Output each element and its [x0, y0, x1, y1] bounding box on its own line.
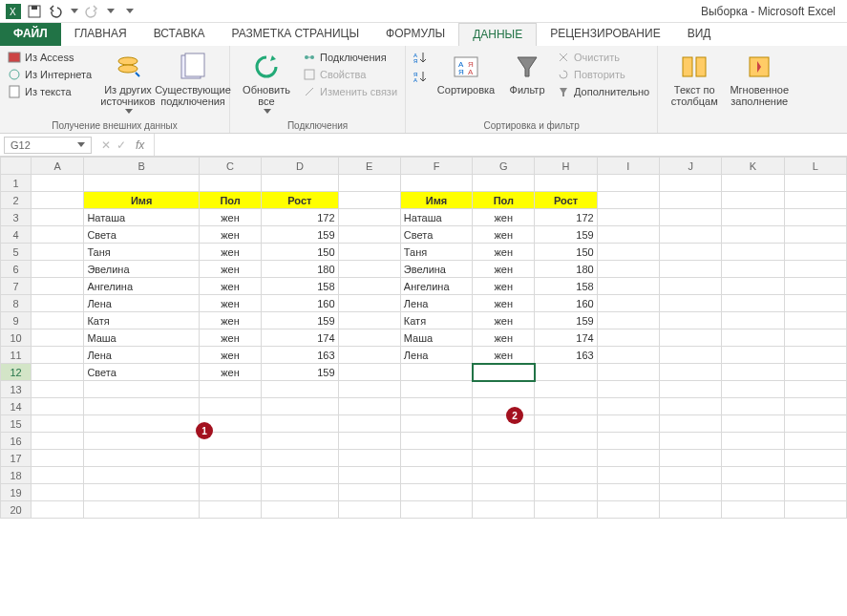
tab-review[interactable]: РЕЦЕНЗИРОВАНИЕ [537, 23, 673, 46]
cell[interactable] [597, 381, 659, 398]
col-header[interactable]: G [473, 158, 535, 175]
cell[interactable] [473, 415, 535, 433]
cell[interactable]: 150 [535, 244, 597, 261]
cell[interactable] [784, 312, 846, 329]
cell[interactable]: 159 [262, 312, 338, 329]
row-header[interactable]: 9 [1, 312, 32, 329]
tab-file[interactable]: ФАЙЛ [0, 23, 61, 46]
cell[interactable] [32, 261, 84, 278]
row-header[interactable]: 18 [1, 467, 32, 484]
col-header[interactable]: K [722, 158, 784, 175]
tab-view[interactable]: ВИД [674, 23, 725, 46]
cell[interactable] [784, 347, 846, 364]
cell[interactable] [597, 364, 659, 381]
from-web-button[interactable]: Из Интернета [6, 67, 94, 82]
cell[interactable] [32, 450, 84, 467]
row-header[interactable]: 14 [1, 398, 32, 415]
cell[interactable] [597, 312, 659, 329]
row-header[interactable]: 20 [1, 501, 32, 519]
cell[interactable] [84, 467, 200, 484]
cell[interactable] [660, 347, 722, 364]
edit-links-button[interactable]: Изменить связи [301, 84, 399, 99]
cell[interactable] [262, 398, 338, 415]
cell[interactable] [84, 433, 200, 450]
cell[interactable] [32, 484, 84, 501]
cell[interactable] [338, 433, 400, 450]
cell[interactable]: Пол [199, 192, 261, 209]
cell[interactable]: 159 [535, 226, 597, 244]
cell[interactable] [784, 295, 846, 312]
cell[interactable] [473, 484, 535, 501]
cell[interactable] [535, 467, 597, 484]
cell[interactable]: Света [84, 364, 200, 381]
cell[interactable]: 163 [535, 347, 597, 364]
cell[interactable]: 159 [262, 226, 338, 244]
col-header[interactable]: B [84, 158, 200, 175]
cell[interactable] [784, 329, 846, 347]
cell[interactable] [597, 329, 659, 347]
cell[interactable]: 159 [262, 364, 338, 381]
cell[interactable] [338, 312, 400, 329]
fx-icon[interactable]: fx [132, 138, 148, 152]
advanced-button[interactable]: Дополнительно [555, 84, 651, 99]
text-to-columns-button[interactable]: Текст по столбцам [664, 50, 725, 109]
qat-customize-icon[interactable] [126, 9, 134, 13]
cell[interactable] [722, 484, 784, 501]
filter-button[interactable]: Фильтр [503, 50, 551, 97]
cell[interactable]: 160 [262, 295, 338, 312]
row-header[interactable]: 11 [1, 347, 32, 364]
cell[interactable] [722, 381, 784, 398]
cell[interactable] [535, 381, 597, 398]
cell[interactable]: Лена [400, 347, 472, 364]
cell[interactable]: Маша [84, 329, 200, 347]
cell[interactable] [338, 415, 400, 433]
cell[interactable]: Таня [400, 244, 472, 261]
cell[interactable] [722, 312, 784, 329]
cell[interactable] [597, 226, 659, 244]
cell[interactable] [597, 398, 659, 415]
row-header[interactable]: 2 [1, 192, 32, 209]
cell[interactable] [784, 415, 846, 433]
cell[interactable]: жен [199, 329, 261, 347]
cell[interactable] [722, 433, 784, 450]
col-header[interactable]: D [262, 158, 338, 175]
cell[interactable] [535, 415, 597, 433]
cell[interactable] [784, 278, 846, 295]
row-header[interactable]: 1 [1, 175, 32, 192]
cell[interactable] [660, 261, 722, 278]
cell[interactable] [660, 415, 722, 433]
clear-button[interactable]: Очистить [555, 50, 651, 65]
cell[interactable] [722, 501, 784, 519]
cell[interactable] [32, 415, 84, 433]
cell[interactable] [660, 364, 722, 381]
row-header[interactable]: 5 [1, 244, 32, 261]
cell[interactable] [722, 467, 784, 484]
cell[interactable] [722, 244, 784, 261]
properties-button[interactable]: Свойства [301, 67, 399, 82]
cell[interactable] [84, 381, 200, 398]
cell[interactable] [338, 347, 400, 364]
cell[interactable] [32, 295, 84, 312]
cell[interactable] [262, 484, 338, 501]
cell[interactable] [597, 295, 659, 312]
cell[interactable] [660, 467, 722, 484]
cell[interactable] [84, 415, 200, 433]
cell[interactable]: жен [473, 329, 535, 347]
cell[interactable]: жен [199, 261, 261, 278]
cell[interactable] [722, 364, 784, 381]
cell[interactable] [660, 381, 722, 398]
cell[interactable] [32, 312, 84, 329]
cell[interactable] [784, 209, 846, 226]
cell[interactable]: 158 [262, 278, 338, 295]
cell[interactable]: Имя [84, 192, 200, 209]
cell[interactable] [199, 501, 261, 519]
col-header[interactable]: L [784, 158, 846, 175]
cell[interactable] [199, 450, 261, 467]
cell[interactable]: 160 [535, 295, 597, 312]
cell[interactable] [32, 209, 84, 226]
reapply-button[interactable]: Повторить [555, 67, 651, 82]
save-icon[interactable] [27, 4, 42, 19]
refresh-all-button[interactable]: Обновить все [236, 50, 297, 116]
cell[interactable] [473, 381, 535, 398]
cell[interactable]: жен [199, 312, 261, 329]
